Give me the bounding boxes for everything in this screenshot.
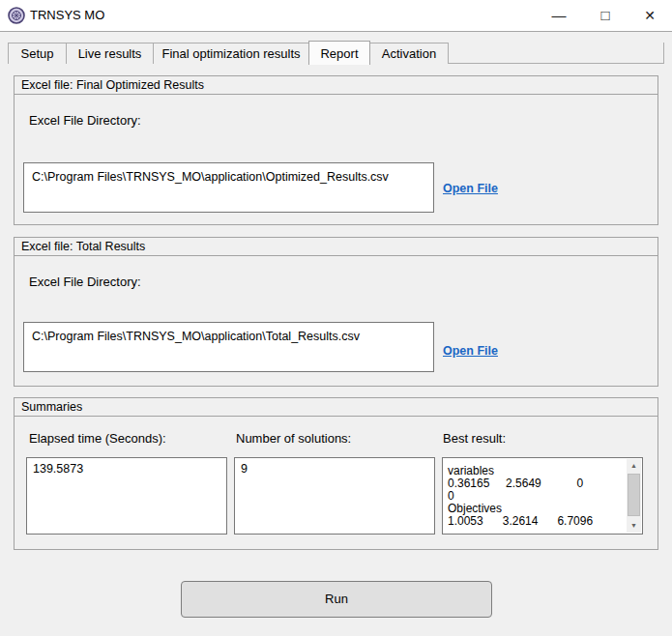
scroll-down-icon[interactable]: ▼ — [627, 519, 641, 533]
groupbox-title: Summaries — [15, 398, 657, 417]
best-result-listbox[interactable]: variables 0.36165 2.5649 0 0 Objectives … — [442, 457, 643, 535]
total-results-path-field[interactable]: C:\Program Files\TRNSYS_MO\application\T… — [23, 322, 434, 372]
elapsed-time-label: Elapsed time (Seconds): — [29, 431, 166, 446]
scrollbar-thumb[interactable] — [628, 474, 640, 516]
app-icon — [8, 7, 25, 24]
minimize-button[interactable]: — — [544, 0, 573, 31]
tab-setup[interactable]: Setup — [8, 43, 67, 64]
close-icon: ✕ — [644, 8, 656, 23]
tab-report[interactable]: Report — [308, 41, 370, 65]
best-result-line: 1.0053 3.2614 6.7096 — [448, 515, 627, 528]
number-of-solutions-label: Number of solutions: — [236, 431, 351, 446]
minimize-icon: — — [552, 7, 567, 23]
number-of-solutions-box[interactable]: 9 — [234, 457, 435, 535]
scroll-up-icon[interactable]: ▲ — [627, 459, 641, 473]
vertical-scrollbar[interactable]: ▲ ▼ — [627, 459, 641, 533]
excel-file-directory-label: Excel File Directory: — [29, 275, 141, 289]
tab-activation[interactable]: Activation — [369, 43, 449, 64]
groupbox-title: Excel file: Total Results — [15, 238, 657, 256]
maximize-icon: □ — [600, 7, 609, 23]
app-window: TRNSYS MO — □ ✕ Setup Live results Final… — [0, 0, 672, 636]
open-file-link-total[interactable]: Open File — [443, 344, 498, 358]
window-title: TRNSYS MO — [30, 0, 104, 31]
tab-final-optimization-results[interactable]: Final optimization results — [153, 43, 309, 64]
groupbox-title: Excel file: Final Optimized Results — [15, 76, 657, 95]
maximize-button[interactable]: □ — [591, 0, 620, 31]
tab-live-results[interactable]: Live results — [66, 43, 154, 64]
open-file-link-optimized[interactable]: Open File — [443, 182, 498, 195]
tabstrip-right-edge — [663, 43, 664, 64]
optimized-results-path-field[interactable]: C:\Program Files\TRNSYS_MO\application\O… — [23, 162, 434, 213]
elapsed-time-box[interactable]: 139.5873 — [26, 457, 227, 535]
run-button[interactable]: Run — [181, 581, 492, 618]
best-result-label: Best result: — [443, 431, 506, 446]
title-bar[interactable]: TRNSYS MO — □ ✕ — [0, 0, 672, 32]
close-button[interactable]: ✕ — [635, 0, 664, 31]
best-result-line: 0.36165 2.5649 0 — [448, 477, 627, 490]
excel-file-directory-label: Excel File Directory: — [29, 113, 141, 128]
